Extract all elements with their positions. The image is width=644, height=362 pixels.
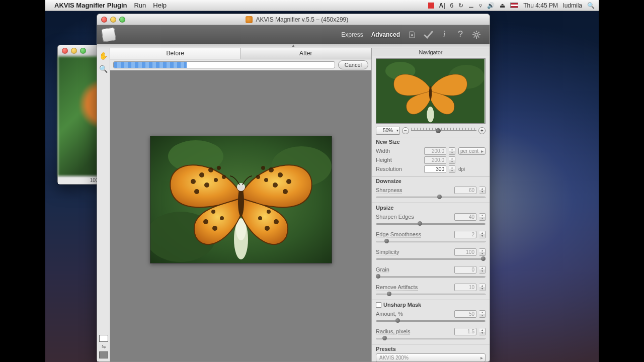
- settings-gear-icon[interactable]: [471, 29, 482, 40]
- cancel-button[interactable]: Cancel: [338, 60, 368, 69]
- menubar-eject-icon[interactable]: ⏏: [500, 2, 505, 9]
- svg-point-16: [203, 219, 208, 224]
- grain-stepper[interactable]: ▴▾: [479, 266, 486, 274]
- mode-tab-express[interactable]: Express: [341, 31, 363, 38]
- info-icon[interactable]: i: [439, 29, 450, 40]
- collapse-handle[interactable]: [97, 44, 490, 48]
- app-icon: [246, 16, 253, 23]
- height-stepper[interactable]: ▴▾: [449, 156, 455, 164]
- svg-point-10: [208, 167, 213, 172]
- resolution-stepper[interactable]: ▴▾: [449, 165, 455, 173]
- apply-check-icon[interactable]: [423, 29, 434, 40]
- presets-dropdown-icon[interactable]: [407, 29, 418, 40]
- menubar-bluetooth-icon[interactable]: ⚊: [468, 2, 474, 9]
- zoom-button[interactable]: [119, 17, 125, 23]
- simplicity-input[interactable]: 100: [454, 248, 476, 256]
- compare-white-swatch[interactable]: [99, 335, 108, 342]
- svg-point-9: [199, 172, 204, 177]
- menubar-item-help[interactable]: Help: [153, 2, 167, 9]
- sharpen-edges-slider[interactable]: [376, 221, 486, 227]
- group-downsize: Downsize Sharpness 60 ▴▾: [372, 176, 490, 203]
- navigator-title: Navigator: [372, 48, 490, 56]
- image-viewport[interactable]: [110, 70, 371, 361]
- edge-smoothness-label: Edge Smoothness: [376, 231, 451, 237]
- menubar-wifi-icon[interactable]: ▿: [479, 2, 482, 9]
- radius-input[interactable]: 1.5: [454, 328, 476, 335]
- edge-smoothness-slider[interactable]: [376, 238, 486, 244]
- akvis-magnifier-window: AKVIS Magnifier v.5.5 – (450x299) Expres…: [97, 14, 490, 362]
- new-size-title: New Size: [376, 139, 486, 145]
- svg-point-18: [220, 216, 224, 220]
- menubar-item-run[interactable]: Run: [134, 2, 146, 9]
- upsize-title: Upsize: [376, 205, 486, 211]
- menubar-clock[interactable]: Thu 4:45 PM: [523, 2, 558, 9]
- mode-tab-advanced[interactable]: Advanced: [371, 31, 400, 38]
- grain-slider[interactable]: [376, 274, 486, 280]
- height-input[interactable]: 200.0: [424, 156, 446, 164]
- remove-artifacts-slider[interactable]: [376, 291, 486, 297]
- compare-gray-swatch[interactable]: [99, 351, 108, 358]
- simplicity-stepper[interactable]: ▴▾: [479, 248, 486, 256]
- amount-input[interactable]: 50: [454, 310, 476, 318]
- toolbar: Express Advanced i ?: [97, 25, 490, 44]
- zoom-tool-icon[interactable]: 🔍: [99, 64, 108, 73]
- sharpen-edges-input[interactable]: 40: [454, 213, 476, 221]
- minimize-button[interactable]: [110, 17, 116, 23]
- svg-point-15: [222, 175, 226, 179]
- unsharp-mask-title: Unsharp Mask: [383, 302, 421, 308]
- menubar-app-title[interactable]: AKVIS Magnifier Plugin: [54, 2, 127, 9]
- zoom-out-button[interactable]: −: [402, 127, 409, 134]
- minimize-button[interactable]: [71, 48, 77, 54]
- resolution-input[interactable]: 300: [424, 165, 446, 173]
- unsharp-mask-checkbox[interactable]: [376, 302, 381, 308]
- preset-select[interactable]: AKVIS 200%: [376, 353, 486, 361]
- remove-artifacts-input[interactable]: 10: [454, 284, 476, 291]
- svg-point-0: [411, 34, 413, 36]
- sharpen-edges-stepper[interactable]: ▴▾: [479, 213, 486, 221]
- menubar-adobe-icon[interactable]: A|: [439, 2, 445, 9]
- radius-slider[interactable]: [376, 335, 486, 341]
- view-tab-before[interactable]: Before: [110, 48, 241, 59]
- sharpness-input[interactable]: 60: [454, 187, 476, 194]
- menubar-user[interactable]: ludmila: [563, 2, 582, 9]
- navigator-thumbnail[interactable]: [376, 58, 486, 124]
- svg-point-11: [217, 166, 221, 170]
- sharpness-stepper[interactable]: ▴▾: [479, 187, 486, 194]
- menubar-sync-icon[interactable]: ↻: [458, 2, 463, 9]
- zoom-slider[interactable]: [411, 127, 476, 134]
- simplicity-slider[interactable]: [376, 256, 486, 262]
- edge-smoothness-input[interactable]: 2: [454, 231, 476, 238]
- height-label: Height: [376, 157, 421, 163]
- hand-tool-icon[interactable]: ✋: [99, 51, 108, 60]
- amount-stepper[interactable]: ▴▾: [479, 310, 486, 318]
- remove-artifacts-stepper[interactable]: ▴▾: [479, 284, 486, 291]
- presets-title: Presets: [376, 346, 486, 352]
- macos-menubar: AKVIS Magnifier Plugin Run Help A| 6 ↻ ⚊…: [45, 0, 599, 11]
- compare-arrows-icon[interactable]: ⇋: [99, 344, 108, 349]
- size-unit-select[interactable]: per cent: [458, 147, 486, 155]
- svg-point-20: [286, 179, 291, 184]
- close-button[interactable]: [62, 48, 68, 54]
- sharpness-slider[interactable]: [376, 194, 486, 200]
- amount-slider[interactable]: [376, 318, 486, 324]
- menubar-count[interactable]: 6: [450, 2, 454, 9]
- simplicity-label: Simplicity: [376, 249, 451, 255]
- svg-point-21: [278, 172, 283, 177]
- help-icon[interactable]: ?: [455, 29, 466, 40]
- view-tab-after[interactable]: After: [241, 48, 372, 59]
- width-input[interactable]: 200.0: [424, 147, 446, 155]
- close-button[interactable]: [101, 17, 107, 23]
- width-stepper[interactable]: ▴▾: [449, 147, 455, 155]
- svg-point-26: [264, 178, 268, 182]
- menubar-volume-icon[interactable]: 🔊: [487, 2, 495, 9]
- grain-input[interactable]: 0: [454, 266, 476, 274]
- menubar-input-flag-icon[interactable]: [510, 3, 518, 8]
- width-label: Width: [376, 148, 421, 154]
- zoom-button[interactable]: [80, 48, 86, 54]
- zoom-in-button[interactable]: +: [478, 127, 486, 134]
- menubar-spotlight-icon[interactable]: 🔍: [587, 2, 595, 9]
- zoom-select[interactable]: 50%: [376, 127, 400, 135]
- menubar-recording-icon[interactable]: [428, 3, 434, 9]
- radius-stepper[interactable]: ▴▾: [479, 328, 486, 335]
- edge-smoothness-stepper[interactable]: ▴▾: [479, 231, 486, 238]
